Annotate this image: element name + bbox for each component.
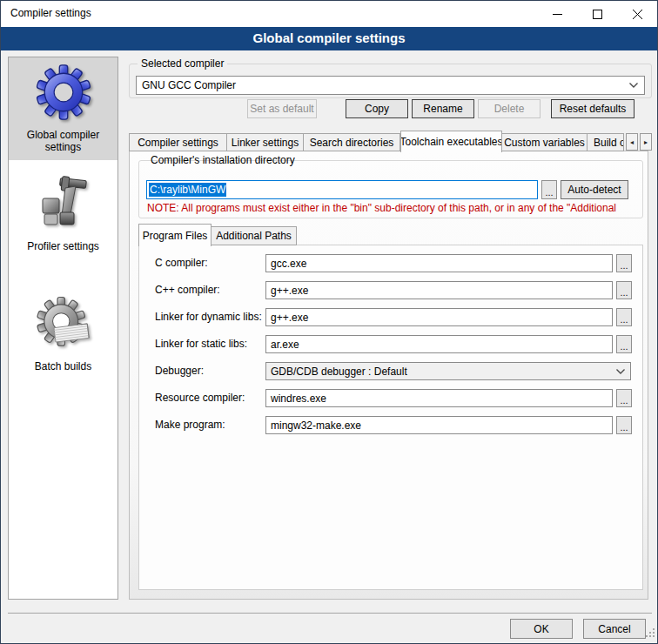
linker-static-input[interactable]: ar.exe <box>265 335 613 353</box>
tab-compiler-settings[interactable]: Compiler settings <box>129 133 227 151</box>
make-program-value: mingw32-make.exe <box>271 419 361 432</box>
cpp-compiler-label: C++ compiler: <box>155 284 220 296</box>
debugger-select[interactable]: GDB/CDB debugger : Default <box>265 362 631 380</box>
linker-static-browse-button[interactable]: ... <box>616 335 632 353</box>
cpp-compiler-input[interactable]: g++.exe <box>265 281 613 299</box>
row-linker-static: Linker for static libs: ar.exe ... <box>139 335 642 354</box>
maximize-button[interactable] <box>577 1 617 27</box>
cancel-button[interactable]: Cancel <box>583 619 646 639</box>
tab-scroll-left-button[interactable]: ◂ <box>626 133 638 151</box>
debugger-label: Debugger: <box>155 365 204 377</box>
delete-button[interactable]: Delete <box>478 99 540 118</box>
caliper-icon <box>12 176 114 237</box>
sidebar-item-batch-builds[interactable]: Batch builds <box>9 291 118 379</box>
sidebar-item-global-compiler-settings[interactable]: Global compiler settings <box>9 57 118 160</box>
tab-search-directories[interactable]: Search directories <box>304 133 400 151</box>
sidebar-item-label: Profiler settings <box>12 240 114 252</box>
selected-compiler-group: Selected compiler GNU GCC Compiler <box>129 64 652 98</box>
settings-category-sidebar: Global compiler settings <box>8 57 118 600</box>
resource-compiler-input[interactable]: windres.exe <box>265 389 613 407</box>
tab-additional-paths[interactable]: Additional Paths <box>212 226 297 245</box>
tab-toolchain-executables[interactable]: Toolchain executables <box>400 131 502 152</box>
tab-custom-variables[interactable]: Custom variables <box>502 133 588 151</box>
linker-dynamic-label: Linker for dynamic libs: <box>155 311 262 323</box>
resource-compiler-label: Resource compiler: <box>155 392 245 404</box>
minimize-button[interactable] <box>537 1 577 27</box>
install-dir-input[interactable]: C:\raylib\MinGW <box>146 180 538 199</box>
window-title: Compiler settings <box>10 7 91 19</box>
install-dir-value: C:\raylib\MinGW <box>149 183 226 197</box>
resource-compiler-browse-button[interactable]: ... <box>616 389 632 407</box>
install-dir-browse-button[interactable]: ... <box>541 180 557 199</box>
tab-program-files[interactable]: Program Files <box>138 224 212 246</box>
blue-gear-icon <box>12 63 114 125</box>
toolchain-executables-panel: Compiler's installation directory C:\ray… <box>129 151 648 600</box>
set-as-default-button[interactable]: Set as default <box>247 99 317 118</box>
linker-static-value: ar.exe <box>271 339 299 351</box>
install-dir-note: NOTE: All programs must exist either in … <box>147 202 638 214</box>
program-files-page: C compiler: gcc.exe ... C++ compiler: g+… <box>138 245 643 590</box>
row-c-compiler: C compiler: gcc.exe ... <box>139 254 642 273</box>
compiler-settings-dialog: Compiler settings Global compiler settin… <box>0 0 658 644</box>
resource-compiler-value: windres.exe <box>271 392 326 405</box>
row-resource-compiler: Resource compiler: windres.exe ... <box>139 389 642 408</box>
installation-directory-group: Compiler's installation directory C:\ray… <box>138 160 643 218</box>
close-icon <box>633 10 642 19</box>
c-compiler-label: C compiler: <box>155 257 208 269</box>
close-button[interactable] <box>617 1 657 27</box>
program-files-tabs: Program Files Additional Paths <box>138 223 297 245</box>
chevron-down-icon <box>615 368 626 375</box>
tab-scroll-right-button[interactable]: ▸ <box>640 133 652 151</box>
linker-dynamic-browse-button[interactable]: ... <box>616 308 632 326</box>
minimize-icon <box>553 10 562 19</box>
sidebar-item-label: Batch builds <box>12 360 114 372</box>
copy-button[interactable]: Copy <box>346 99 408 118</box>
cpp-compiler-value: g++.exe <box>271 285 308 297</box>
ok-button[interactable]: OK <box>510 619 573 639</box>
sidebar-item-profiler-settings[interactable]: Profiler settings <box>9 171 118 259</box>
tab-linker-settings[interactable]: Linker settings <box>227 133 304 151</box>
title-bar[interactable]: Compiler settings <box>1 1 657 27</box>
gray-gear-stack-icon <box>12 296 114 357</box>
compiler-settings-tabs: Compiler settings Linker settings Search… <box>129 130 652 151</box>
page-title: Global compiler settings <box>1 27 657 50</box>
linker-static-label: Linker for static libs: <box>155 338 247 350</box>
arrow-left-icon: ◂ <box>630 138 634 146</box>
c-compiler-browse-button[interactable]: ... <box>616 254 632 272</box>
footer-divider <box>8 613 652 614</box>
linker-dynamic-value: g++.exe <box>271 312 308 324</box>
row-make-program: Make program: mingw32-make.exe ... <box>139 416 642 435</box>
compiler-select-value: GNU GCC Compiler <box>142 79 236 91</box>
make-program-label: Make program: <box>155 419 225 431</box>
row-debugger: Debugger: GDB/CDB debugger : Default <box>139 362 642 381</box>
selected-compiler-group-label: Selected compiler <box>138 57 227 70</box>
tab-build-options[interactable]: Build options <box>588 133 624 151</box>
make-program-browse-button[interactable]: ... <box>616 416 632 434</box>
resize-grip[interactable] <box>646 625 655 641</box>
row-cpp-compiler: C++ compiler: g++.exe ... <box>139 281 642 300</box>
linker-dynamic-input[interactable]: g++.exe <box>265 308 613 326</box>
cpp-compiler-browse-button[interactable]: ... <box>616 281 632 299</box>
c-compiler-value: gcc.exe <box>271 258 306 270</box>
c-compiler-input[interactable]: gcc.exe <box>265 254 613 272</box>
make-program-input[interactable]: mingw32-make.exe <box>265 416 613 434</box>
chevron-down-icon <box>628 82 639 89</box>
installation-directory-group-label: Compiler's installation directory <box>147 154 299 166</box>
sidebar-item-label: Global compiler settings <box>12 129 114 153</box>
auto-detect-button[interactable]: Auto-detect <box>561 180 628 199</box>
arrow-right-icon: ▸ <box>644 138 648 146</box>
compiler-select[interactable]: GNU GCC Compiler <box>136 76 645 95</box>
rename-button[interactable]: Rename <box>412 99 474 118</box>
reset-defaults-button[interactable]: Reset defaults <box>551 99 634 118</box>
row-linker-dynamic: Linker for dynamic libs: g++.exe ... <box>139 308 642 327</box>
debugger-value: GDB/CDB debugger : Default <box>271 366 407 378</box>
maximize-icon <box>593 10 602 19</box>
